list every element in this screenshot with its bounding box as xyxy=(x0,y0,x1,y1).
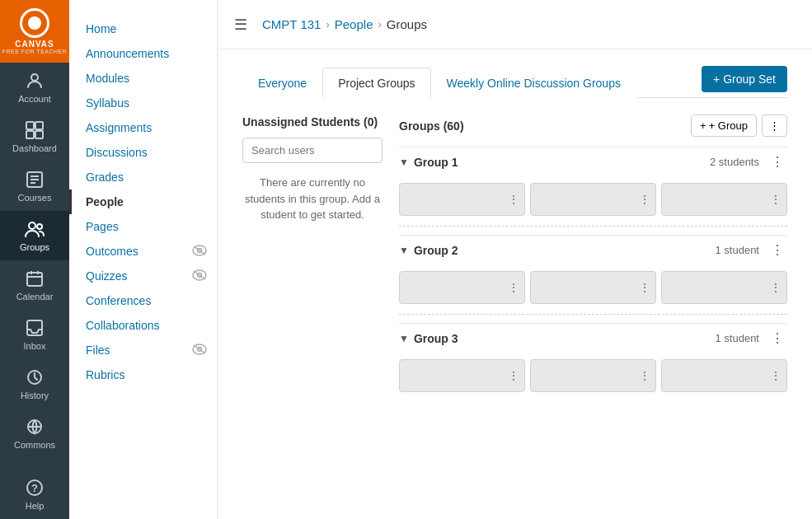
group-actions-row: + + Group ⋮ xyxy=(691,115,787,137)
account-label: Account xyxy=(18,94,51,104)
search-users-input[interactable] xyxy=(242,138,383,163)
sidebar-item-announcements[interactable]: Announcements xyxy=(69,41,217,66)
group-3-count: 1 student xyxy=(716,332,760,344)
nav-item-courses[interactable]: Courses xyxy=(0,161,69,211)
group-2-chevron[interactable]: ▼ xyxy=(399,245,409,256)
group-row-3: ▼ Group 3 1 student ⋮ xyxy=(399,323,787,353)
add-group-button[interactable]: + + Group xyxy=(691,115,757,137)
card-more-9[interactable]: ⋮ xyxy=(770,369,781,382)
group-3-name[interactable]: Group 3 xyxy=(414,332,716,345)
quizzes-visibility-icon[interactable] xyxy=(192,269,207,283)
outcomes-visibility-icon[interactable] xyxy=(192,245,207,259)
tab-project-groups[interactable]: Project Groups xyxy=(322,68,430,98)
student-card: ⋮ xyxy=(399,183,525,216)
files-visibility-icon[interactable] xyxy=(192,344,207,358)
student-card: ⋮ xyxy=(661,359,787,392)
group-item-2: ▼ Group 2 1 student ⋮ ⋮ ⋮ ⋮ xyxy=(399,235,787,315)
nav-item-commons[interactable]: Commons xyxy=(0,409,69,458)
svg-text:?: ? xyxy=(31,482,38,494)
student-card: ⋮ xyxy=(661,183,787,216)
groups-header: Groups (60) + + Group ⋮ xyxy=(399,115,787,137)
top-bar: ☰ CMPT 131 › People › Groups xyxy=(218,0,812,49)
group-1-chevron[interactable]: ▼ xyxy=(399,157,409,168)
left-nav: CANVAS FREE FOR TEACHER Account Dashboar… xyxy=(0,0,69,519)
nav-item-calendar[interactable]: Calendar xyxy=(0,260,69,310)
breadcrumb: CMPT 131 › People › Groups xyxy=(262,17,427,31)
card-more-5[interactable]: ⋮ xyxy=(639,281,650,294)
svg-line-26 xyxy=(194,271,205,279)
sidebar-item-outcomes[interactable]: Outcomes xyxy=(69,239,155,264)
sidebar-item-rubrics[interactable]: Rubrics xyxy=(69,362,217,387)
groups-area: Unassigned Students (0) There are curren… xyxy=(242,115,787,407)
add-group-label: + Group xyxy=(709,119,748,132)
student-card: ⋮ xyxy=(661,271,787,304)
canvas-logo[interactable]: CANVAS FREE FOR TEACHER xyxy=(0,0,69,63)
sidebar-item-syllabus[interactable]: Syllabus xyxy=(69,91,217,115)
svg-rect-2 xyxy=(35,122,43,129)
group-2-cards: ⋮ ⋮ ⋮ xyxy=(399,264,787,311)
sidebar-item-discussions[interactable]: Discussions xyxy=(69,140,217,165)
group-2-count: 1 student xyxy=(716,244,760,256)
group-row-2: ▼ Group 2 1 student ⋮ xyxy=(399,235,787,264)
card-more-7[interactable]: ⋮ xyxy=(508,369,519,382)
group-1-count: 2 students xyxy=(710,156,759,168)
svg-rect-3 xyxy=(26,131,34,138)
group-3-more-button[interactable]: ⋮ xyxy=(767,329,787,348)
commons-label: Commons xyxy=(14,440,55,450)
sidebar-item-pages[interactable]: Pages xyxy=(69,214,217,239)
nav-item-inbox[interactable]: Inbox xyxy=(0,310,69,359)
nav-item-groups[interactable]: Groups xyxy=(0,211,69,260)
sidebar-item-quizzes[interactable]: Quizzes xyxy=(69,264,144,288)
groups-more-button[interactable]: ⋮ xyxy=(762,115,787,137)
breadcrumb-section[interactable]: People xyxy=(335,17,373,31)
breadcrumb-sep-1: › xyxy=(326,18,329,30)
card-more-3[interactable]: ⋮ xyxy=(770,193,781,206)
card-more-6[interactable]: ⋮ xyxy=(770,281,781,294)
svg-rect-4 xyxy=(35,131,43,138)
svg-line-29 xyxy=(194,345,205,353)
group-item-3: ▼ Group 3 1 student ⋮ ⋮ ⋮ ⋮ xyxy=(399,323,787,399)
tabs: Everyone Project Groups Weekly Online Di… xyxy=(242,67,636,97)
card-more-2[interactable]: ⋮ xyxy=(639,193,650,206)
group-2-more-button[interactable]: ⋮ xyxy=(767,241,787,260)
history-icon xyxy=(25,367,45,387)
nav-item-account[interactable]: Account xyxy=(0,63,69,112)
nav-item-dashboard[interactable]: Dashboard xyxy=(0,112,69,161)
card-more-1[interactable]: ⋮ xyxy=(508,193,519,206)
group-1-cards: ⋮ ⋮ ⋮ xyxy=(399,176,787,222)
nav-item-history[interactable]: History xyxy=(0,359,69,409)
group-3-chevron[interactable]: ▼ xyxy=(399,333,409,344)
svg-point-9 xyxy=(29,222,35,229)
hamburger-menu[interactable]: ☰ xyxy=(234,16,247,34)
sidebar-item-home[interactable]: Home xyxy=(69,16,217,41)
sidebar-item-collaborations[interactable]: Collaborations xyxy=(69,313,217,338)
group-1-name[interactable]: Group 1 xyxy=(414,156,710,169)
help-label: Help xyxy=(26,501,45,511)
card-more-4[interactable]: ⋮ xyxy=(508,281,519,294)
sidebar-item-quizzes-row: Quizzes xyxy=(69,264,217,288)
sidebar-item-people[interactable]: People xyxy=(69,189,217,214)
student-card: ⋮ xyxy=(530,271,656,304)
plus-icon: + xyxy=(700,119,706,132)
svg-point-10 xyxy=(37,224,42,229)
group-3-cards: ⋮ ⋮ ⋮ xyxy=(399,353,787,399)
sidebar-item-grades[interactable]: Grades xyxy=(69,165,217,189)
commons-icon xyxy=(25,417,45,437)
sidebar-item-assignments[interactable]: Assignments xyxy=(69,115,217,140)
sidebar-item-conferences[interactable]: Conferences xyxy=(69,288,217,313)
add-group-set-button[interactable]: + Group Set xyxy=(702,66,787,92)
group-1-more-button[interactable]: ⋮ xyxy=(767,152,787,171)
tab-everyone[interactable]: Everyone xyxy=(242,68,322,98)
group-item-1: ▼ Group 1 2 students ⋮ ⋮ ⋮ ⋮ xyxy=(399,147,787,227)
group-2-name[interactable]: Group 2 xyxy=(414,244,716,257)
groups-icon xyxy=(25,219,45,239)
nav-item-help[interactable]: ? Help xyxy=(0,470,69,519)
sidebar-item-outcomes-row: Outcomes xyxy=(69,239,217,264)
sidebar-item-files[interactable]: Files xyxy=(69,338,127,362)
help-icon: ? xyxy=(25,478,45,498)
svg-line-23 xyxy=(194,246,205,255)
sidebar-item-modules[interactable]: Modules xyxy=(69,66,217,91)
breadcrumb-course[interactable]: CMPT 131 xyxy=(262,17,321,31)
tab-weekly-discussion[interactable]: Weekly Online Discussion Groups xyxy=(431,68,636,98)
card-more-8[interactable]: ⋮ xyxy=(639,369,650,382)
